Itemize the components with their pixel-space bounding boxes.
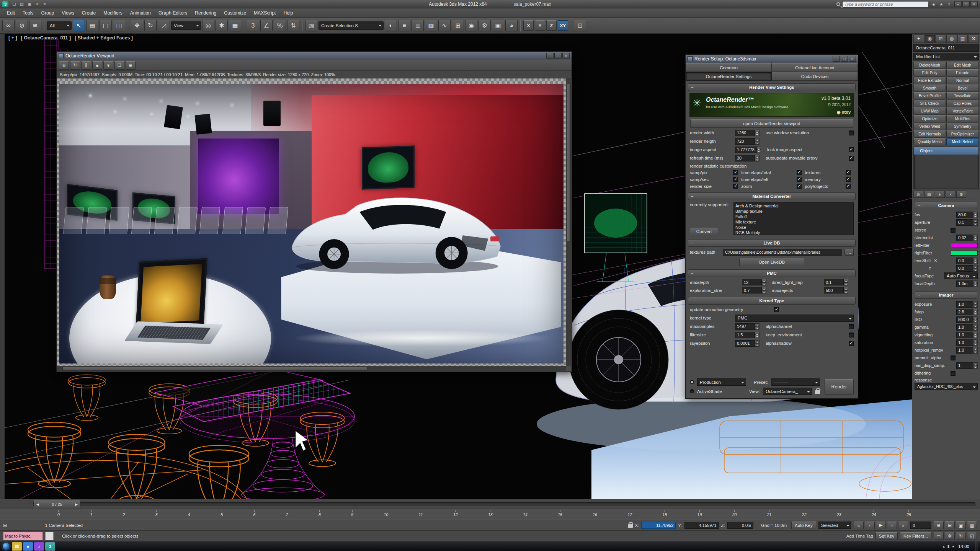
- modifier-button[interactable]: Tessellate: [946, 92, 979, 99]
- parameter-spinner[interactable]: 1.0: [956, 324, 978, 331]
- spinner-arrows[interactable]: [973, 332, 978, 338]
- parameter-spinner[interactable]: 0.0: [956, 265, 978, 272]
- spinner-value[interactable]: 1.0: [956, 324, 973, 331]
- transform-lock-icon[interactable]: [628, 524, 633, 528]
- align-icon[interactable]: ≡: [398, 20, 410, 31]
- field-checkbox[interactable]: [849, 341, 854, 346]
- list-item[interactable]: Noise: [735, 225, 848, 230]
- parameter-spinner[interactable]: 1.0: [956, 347, 978, 354]
- tray-network-icon[interactable]: ▮: [947, 544, 950, 548]
- production-radio[interactable]: [690, 380, 694, 384]
- stat-checkbox[interactable]: [733, 177, 738, 182]
- modifier-button[interactable]: Face Extrude: [913, 77, 946, 84]
- curve-editor-icon[interactable]: ∿: [438, 20, 451, 31]
- spinner-arrows[interactable]: [973, 339, 978, 346]
- reference-coordinate-dropdown[interactable]: View: [171, 21, 201, 30]
- parameter-checkbox[interactable]: [951, 355, 956, 360]
- undo-icon[interactable]: ↺: [34, 1, 41, 7]
- percent-snap-icon[interactable]: %: [274, 20, 286, 31]
- field-spinner[interactable]: 0.0001: [735, 340, 760, 347]
- maximize-button[interactable]: □: [841, 56, 848, 62]
- edit-named-selection-sets-icon[interactable]: ▧: [305, 20, 317, 31]
- select-and-link-icon[interactable]: ∞: [2, 20, 15, 31]
- spinner-arrows[interactable]: [973, 316, 978, 323]
- spinner-arrows[interactable]: [973, 219, 978, 226]
- go-to-start-button[interactable]: «: [854, 522, 864, 529]
- start-button[interactable]: [2, 543, 10, 550]
- menu-item[interactable]: Edit: [3, 9, 19, 17]
- spinner-arrows[interactable]: [973, 324, 978, 331]
- configure-modifier-sets-icon[interactable]: ⚙: [956, 191, 966, 198]
- dialog-tab[interactable]: Cuda Devices: [772, 72, 858, 81]
- octane-render-canvas[interactable]: [57, 78, 566, 366]
- render-view-settings-rollout[interactable]: −Render View Settings: [688, 83, 856, 91]
- key-filters-button[interactable]: Key Filters...: [900, 532, 931, 540]
- spinner-value[interactable]: 2.8: [956, 309, 973, 315]
- spinner-value[interactable]: 80.0: [956, 212, 973, 218]
- spinner-value[interactable]: 1.0: [956, 301, 973, 308]
- menu-item[interactable]: Create: [78, 9, 100, 17]
- octane-render-viewport-window[interactable]: OctaneRender Viewport. –□× ⊕↻∥■▼❏◉ Samp/…: [56, 51, 572, 372]
- field-checkbox[interactable]: [849, 147, 854, 152]
- spinner-arrows[interactable]: [973, 235, 978, 241]
- keyboard-override-icon[interactable]: ▦: [229, 20, 241, 31]
- octane-horizontal-scrollbar[interactable]: [57, 366, 566, 371]
- minimize-button[interactable]: –: [546, 53, 554, 59]
- time-slider-next-icon[interactable]: ►: [74, 502, 78, 507]
- viewport-menu-shading[interactable]: [ Shaded + Edged Faces ]: [75, 35, 133, 41]
- list-item[interactable]: Mix texture: [735, 219, 848, 225]
- axis-xy-button[interactable]: XY: [558, 20, 568, 31]
- lock-view-icon[interactable]: [815, 390, 820, 394]
- spinner-value[interactable]: 800.0: [956, 316, 973, 323]
- dialog-tab[interactable]: OctaneRender Settings: [686, 72, 772, 81]
- favorites-star-icon[interactable]: ★: [938, 1, 945, 7]
- create-tab[interactable]: ✦: [913, 34, 924, 43]
- maximize-button[interactable]: □: [554, 53, 562, 59]
- scrollbar-thumb[interactable]: [567, 84, 571, 242]
- list-item[interactable]: Arch & Design material: [735, 203, 848, 209]
- menu-item[interactable]: Rendering: [191, 9, 220, 17]
- select-by-name-icon[interactable]: ▤: [86, 20, 98, 31]
- spinner-arrows[interactable]: [755, 340, 760, 347]
- maxscript-mini-listener[interactable]: Max to Physc.: [3, 532, 43, 540]
- remove-modifier-icon[interactable]: ×: [946, 191, 956, 198]
- spinner-arrows[interactable]: [973, 265, 978, 272]
- snaps-toggle-icon[interactable]: 3: [247, 20, 259, 31]
- set-key-button[interactable]: Set Key: [875, 532, 898, 540]
- camera-rollout-header[interactable]: −Camera: [915, 202, 977, 209]
- selection-filter-dropdown[interactable]: All: [47, 21, 72, 30]
- spinner-value[interactable]: 1.777778: [735, 147, 756, 153]
- modifier-button[interactable]: Bevel: [946, 85, 979, 92]
- open-file-icon[interactable]: ▤: [18, 1, 25, 7]
- spinner-value[interactable]: 0.0001: [735, 340, 755, 347]
- x-coordinate-field[interactable]: -11.78952: [641, 522, 676, 529]
- restart-render-icon[interactable]: ↻: [70, 61, 80, 70]
- spinner-arrows[interactable]: [973, 301, 978, 308]
- menu-item[interactable]: Animation: [126, 9, 155, 17]
- make-unique-icon[interactable]: ∗: [935, 191, 945, 198]
- field-spinner[interactable]: 12: [742, 279, 766, 285]
- viewport-menu-general[interactable]: [ + ]: [8, 35, 17, 41]
- display-tab[interactable]: ▥: [957, 34, 968, 43]
- modifier-stack[interactable]: Object: [913, 147, 979, 189]
- axis-z-button[interactable]: Z: [546, 20, 557, 31]
- stat-checkbox[interactable]: [846, 184, 851, 189]
- field-spinner[interactable]: 1.777778: [735, 147, 761, 153]
- parameter-spinner[interactable]: 80.0: [956, 212, 978, 218]
- infocenter-search-input[interactable]: [842, 1, 928, 7]
- use-pivot-point-icon[interactable]: ◎: [202, 20, 214, 31]
- parameter-spinner[interactable]: 0.0: [956, 258, 978, 264]
- dialog-tab[interactable]: OctaneLive Account: [772, 63, 858, 72]
- track-bar[interactable]: 0123456789101112131415161718192021222324…: [0, 509, 980, 520]
- axis-y-button[interactable]: Y: [535, 20, 545, 31]
- menu-item[interactable]: Group: [37, 9, 58, 17]
- parameter-checkbox[interactable]: [951, 228, 956, 233]
- select-object-icon[interactable]: ↖: [73, 20, 85, 31]
- field-checkbox[interactable]: [774, 307, 779, 312]
- spinner-arrows[interactable]: [755, 155, 760, 161]
- field-checkbox[interactable]: [849, 324, 854, 329]
- lock-camera-icon[interactable]: ◉: [126, 61, 136, 70]
- select-and-manipulate-icon[interactable]: ✱: [216, 20, 228, 31]
- parameter-spinner[interactable]: 1: [956, 362, 978, 369]
- object-name-field[interactable]: OctaneCamera_011: [913, 44, 979, 52]
